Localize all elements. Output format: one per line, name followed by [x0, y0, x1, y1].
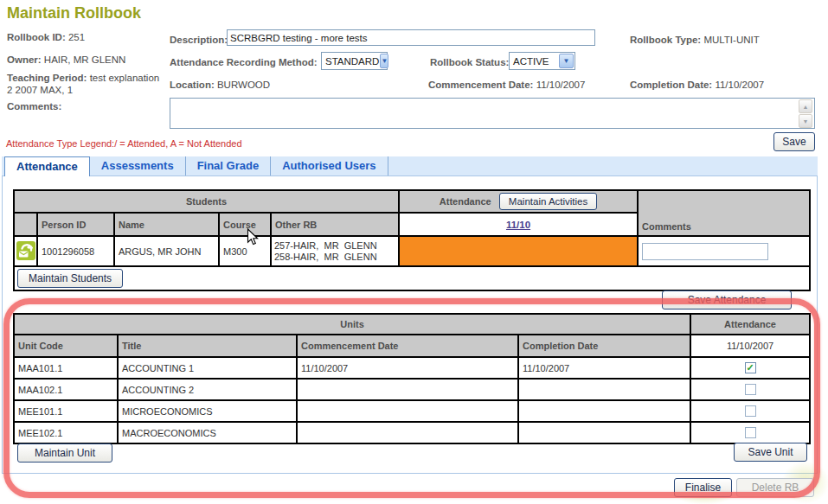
unit-title-cell: ACCOUNTING 1	[118, 357, 297, 379]
unit-row: MEE102.1 MACROECONOMICS	[14, 422, 810, 443]
unit-attendance-checkbox[interactable]	[745, 405, 756, 417]
location-value: BURWOOD	[217, 80, 270, 90]
completion-date-field: Completion Date: 11/10/2007	[630, 80, 764, 90]
attendance-recording-method-select[interactable]: STANDARD ▼	[321, 52, 388, 70]
unit-attendance-cell	[690, 379, 810, 400]
students-group-header: Students	[14, 190, 399, 213]
unit-completion-cell: 11/10/2007	[518, 357, 690, 379]
units-attendance-group-header: Attendance	[690, 314, 810, 335]
student-comment-cell	[638, 236, 810, 266]
unit-title-cell: MACROECONOMICS	[118, 422, 297, 443]
rollbook-id-field: Rollbook ID: 251	[7, 32, 85, 42]
students-table: Students Attendance Maintain Activities …	[13, 189, 811, 291]
student-course: M300	[219, 236, 271, 266]
unit-code-column-header: Unit Code	[14, 335, 118, 357]
teaching-period-field: Teaching Period: test explanation 2 2007…	[7, 72, 164, 96]
unit-attendance-cell	[690, 422, 810, 443]
tab-bar: Attendance Assessments Final Grade Autho…	[2, 156, 818, 175]
icon-column-header	[14, 213, 37, 236]
units-attendance-date: 11/10/2007	[690, 335, 810, 357]
delete-rb-button: Delete RB	[736, 478, 814, 497]
commencement-date-field: Commencement Date: 11/10/2007	[428, 80, 585, 90]
comments-textarea[interactable]: ▲ ▼	[170, 98, 815, 129]
unit-completion-column-header: Completion Date	[518, 335, 690, 357]
finalise-button[interactable]: Finalise	[674, 478, 732, 497]
rollbook-id-value: 251	[68, 32, 85, 42]
maintain-unit-button[interactable]: Maintain Unit	[17, 443, 112, 463]
attendance-group-header: Attendance Maintain Activities	[399, 190, 638, 213]
maintain-activities-button[interactable]: Maintain Activities	[499, 193, 597, 210]
units-tbody: MAA101.1 ACCOUNTING 1 11/10/2007 11/10/2…	[14, 357, 810, 443]
attendance-type-legend: Attendance Type Legend:/ = Attended, A =…	[6, 138, 242, 149]
student-comment-input[interactable]	[642, 243, 768, 260]
attendance-date-link[interactable]: 11/10	[506, 220, 530, 230]
location-field: Location: BURWOOD	[170, 80, 270, 90]
commencement-date-value: 11/10/2007	[536, 80, 586, 90]
unit-commencement-cell: 11/10/2007	[297, 357, 518, 379]
unit-completion-cell	[518, 379, 690, 400]
students-table-footer: Maintain Students	[14, 266, 810, 290]
send-email-icon[interactable]	[16, 252, 35, 262]
student-other-rb: 257-HAIR, MR GLENN 258-HAIR, MR GLENN	[271, 236, 399, 266]
unit-commencement-column-header: Commencement Date	[297, 335, 518, 357]
save-button[interactable]: Save	[773, 132, 815, 151]
attendance-recording-method-label: Attendance Recording Method:	[170, 57, 318, 67]
description-input[interactable]	[227, 29, 595, 46]
rollbook-status-value: ACTIVE	[513, 56, 549, 67]
description-label: Description:	[170, 35, 228, 45]
maintain-students-button[interactable]: Maintain Students	[17, 269, 123, 288]
units-group-header: Units	[14, 314, 690, 335]
rollbook-status-label: Rollbook Status:	[430, 57, 509, 67]
other-rb-column-header: Other RB	[271, 213, 399, 236]
units-table: Units Attendance Unit Code Title Commenc…	[13, 313, 811, 444]
student-person-id: 1001296058	[37, 236, 114, 266]
unit-code-cell: MAA102.1	[14, 379, 118, 400]
scroll-up-icon[interactable]: ▲	[799, 99, 812, 113]
unit-commencement-cell	[297, 422, 518, 443]
rollbook-type-field: Rollbook Type: MULTI-UNIT	[630, 35, 760, 45]
student-attendance-cell[interactable]	[399, 236, 638, 266]
comments-field-label: Comments:	[7, 101, 61, 112]
student-name: ARGUS, MR JOHN	[114, 236, 219, 266]
tab-assessments[interactable]: Assessments	[90, 156, 186, 175]
unit-attendance-cell	[690, 357, 810, 379]
attendance-recording-method-value: STANDARD	[325, 56, 379, 67]
unit-row: MAA102.1 ACCOUNTING 2	[14, 379, 810, 400]
chevron-down-icon[interactable]: ▼	[559, 54, 574, 68]
unit-title-cell: MICROECONOMICS	[118, 400, 297, 422]
rollbook-status-select[interactable]: ACTIVE ▼	[509, 52, 575, 70]
rollbook-type-value: MULTI-UNIT	[703, 35, 759, 45]
tab-authorised-users[interactable]: Authorised Users	[271, 156, 388, 175]
page-title: Maintain Rollbook	[7, 4, 141, 22]
person-id-column-header: Person ID	[37, 213, 114, 236]
completion-date-value: 11/10/2007	[715, 80, 764, 90]
unit-commencement-cell	[297, 379, 518, 400]
comments-column-header: Comments	[638, 190, 810, 236]
course-column-header: Course	[219, 213, 271, 236]
tab-attendance[interactable]: Attendance	[4, 156, 90, 176]
tab-final-grade[interactable]: Final Grade	[186, 156, 272, 175]
unit-attendance-checkbox[interactable]	[745, 362, 756, 373]
student-row: 1001296058 ARGUS, MR JOHN M300 257-HAIR,…	[14, 236, 810, 266]
attendance-date-header-cell: 11/10	[399, 213, 638, 236]
unit-code-cell: MAA101.1	[14, 357, 118, 379]
unit-code-cell: MEE101.1	[14, 400, 118, 422]
unit-row: MEE101.1 MICROECONOMICS	[14, 400, 810, 422]
unit-attendance-checkbox[interactable]	[745, 427, 756, 438]
save-attendance-button[interactable]: Save Attendance	[662, 290, 792, 309]
save-unit-button[interactable]: Save Unit	[734, 443, 807, 462]
owner-label: Owner:	[7, 54, 42, 65]
name-column-header: Name	[114, 213, 219, 236]
scroll-down-icon[interactable]: ▼	[799, 114, 812, 128]
unit-completion-cell	[518, 400, 690, 422]
unit-attendance-checkbox[interactable]	[745, 384, 756, 395]
textarea-scrollbar[interactable]: ▲ ▼	[799, 99, 813, 129]
teaching-period-label: Teaching Period:	[7, 73, 87, 83]
maintain-rollbook-page: Maintain Rollbook Rollbook ID: 251 Owner…	[0, 0, 828, 504]
unit-title-cell: ACCOUNTING 2	[118, 379, 297, 400]
unit-code-cell: MEE102.1	[14, 422, 118, 443]
rollbook-id-label: Rollbook ID:	[7, 32, 66, 42]
owner-value: HAIR, MR GLENN	[44, 54, 126, 65]
chevron-down-icon[interactable]: ▼	[380, 54, 388, 68]
owner-field: Owner: HAIR, MR GLENN	[7, 54, 125, 65]
